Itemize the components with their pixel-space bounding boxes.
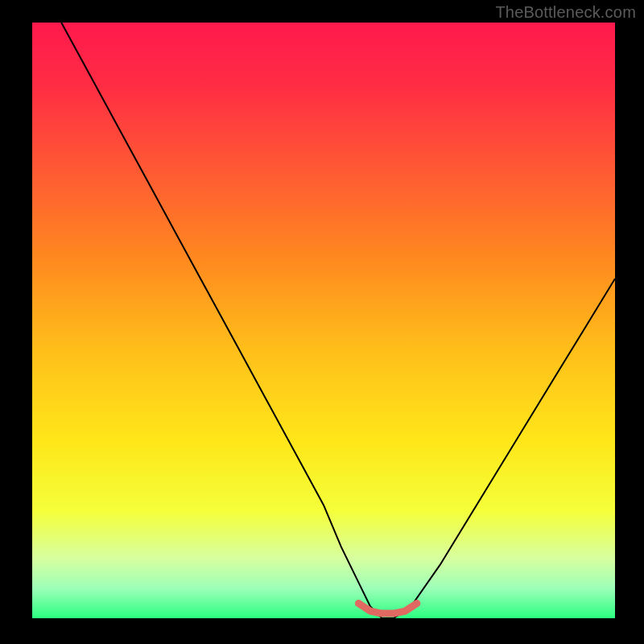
gradient-background bbox=[32, 23, 615, 618]
watermark-text: TheBottleneck.com bbox=[495, 3, 636, 22]
chart-frame: TheBottleneck.com bbox=[0, 0, 644, 644]
plot-area bbox=[32, 23, 615, 618]
chart-svg bbox=[32, 23, 615, 618]
